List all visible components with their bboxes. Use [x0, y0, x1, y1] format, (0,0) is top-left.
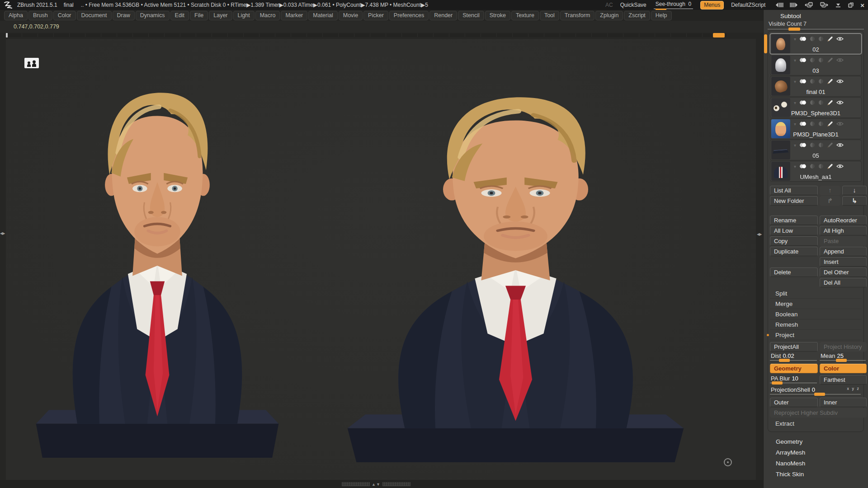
inner-button[interactable]: Inner: [820, 398, 867, 407]
menu-draw[interactable]: Draw: [113, 11, 135, 20]
subtool-row[interactable]: ▾ 05: [770, 140, 862, 160]
subtool-panel-title[interactable]: Subtool: [768, 12, 864, 20]
pa-blur-slider[interactable]: PA Blur10: [770, 375, 818, 385]
section-arraymesh[interactable]: ArrayMesh: [768, 447, 864, 458]
expand-arrow-icon[interactable]: ▾: [794, 37, 796, 42]
menus-button[interactable]: Menus: [700, 1, 724, 9]
subtool-row[interactable]: ▾ PM3D_Sphere3D1: [770, 97, 862, 118]
canvas-scrollbar[interactable]: [6, 33, 727, 37]
polypaint-icon[interactable]: [799, 164, 807, 169]
menu-stroke[interactable]: Stroke: [485, 11, 510, 20]
polypaint-icon[interactable]: [799, 79, 807, 84]
move-up-button[interactable]: ↑: [820, 186, 840, 195]
default-zscript-button[interactable]: DefaultZScript: [731, 2, 765, 8]
section-geometry[interactable]: Geometry: [768, 436, 864, 447]
sculpt-brush-icon[interactable]: [827, 99, 833, 106]
scrollbar-thumb[interactable]: [713, 33, 725, 38]
projection-shell-slider[interactable]: ProjectionShell0 x y z: [770, 386, 862, 396]
sculpt-brush-icon[interactable]: [827, 121, 833, 127]
menu-picker[interactable]: Picker: [363, 11, 388, 20]
sculpt-brush-icon[interactable]: [827, 163, 833, 169]
new-folder-button[interactable]: New Folder: [770, 196, 818, 206]
menu-stencil[interactable]: Stencil: [458, 11, 484, 20]
project-history-button[interactable]: Project History: [820, 342, 867, 352]
delete-button[interactable]: Delete: [770, 267, 818, 277]
section-merge[interactable]: Merge: [770, 299, 862, 309]
bust-model-right[interactable]: [325, 49, 707, 462]
polypaint-icon[interactable]: [799, 121, 807, 127]
sculpt-brush-icon[interactable]: [827, 57, 833, 63]
texture-map-icon[interactable]: [818, 79, 824, 84]
menu-light[interactable]: Light: [233, 11, 255, 20]
restore-icon[interactable]: [848, 2, 854, 8]
visibility-eye-icon[interactable]: [836, 122, 844, 126]
visibility-eye-icon[interactable]: [836, 100, 844, 105]
menu-layer[interactable]: Layer: [209, 11, 232, 20]
menu-alpha[interactable]: Alpha: [4, 11, 28, 20]
visible-count-slider[interactable]: Visible Count 7: [768, 20, 864, 31]
tray-drag-handle[interactable]: ▲▼: [342, 482, 410, 487]
del-other-button[interactable]: Del Other: [820, 267, 867, 277]
menu-render[interactable]: Render: [429, 11, 457, 20]
visibility-eye-icon[interactable]: [836, 143, 844, 147]
projection-shell-handle[interactable]: [814, 393, 825, 396]
menu-help[interactable]: Help: [651, 11, 672, 20]
expand-arrow-icon[interactable]: ▾: [794, 100, 796, 105]
sculpt-canvas[interactable]: [6, 39, 756, 480]
polypaint-icon[interactable]: [799, 100, 807, 105]
pa-blur-handle[interactable]: [772, 381, 783, 385]
expand-arrow-icon[interactable]: ▾: [794, 122, 796, 127]
move-into-folder-button[interactable]: ↳: [842, 196, 867, 206]
menu-zplugin[interactable]: Zplugin: [595, 11, 623, 20]
move-down-button[interactable]: ↓: [842, 186, 867, 195]
expand-arrow-icon[interactable]: ▾: [794, 143, 796, 148]
visible-count-handle[interactable]: [788, 28, 800, 31]
sculpt-brush-icon[interactable]: [827, 142, 833, 148]
close-icon[interactable]: ×: [860, 2, 864, 9]
quicksave-button[interactable]: QuickSave: [620, 2, 646, 8]
bust-model-left[interactable]: [17, 44, 297, 458]
visibility-eye-icon[interactable]: [836, 37, 844, 41]
menu-color[interactable]: Color: [53, 11, 76, 20]
expand-arrow-icon[interactable]: ▾: [794, 79, 796, 84]
expand-arrow-icon[interactable]: ▾: [794, 164, 796, 169]
subtool-row[interactable]: ▾ PM3D_Plane3D1: [770, 118, 862, 139]
uv-map-icon[interactable]: [810, 79, 815, 84]
layout-previous-icon[interactable]: [804, 2, 813, 8]
xyz-axis-toggle[interactable]: x y z: [847, 386, 860, 391]
texture-map-icon[interactable]: [818, 57, 824, 63]
reproject-higher-subdiv-button[interactable]: Reproject Higher Subdiv: [770, 408, 867, 418]
visibility-eye-icon[interactable]: [836, 164, 844, 169]
section-project[interactable]: Project: [770, 330, 862, 340]
mean-handle[interactable]: [836, 359, 847, 362]
menu-texture[interactable]: Texture: [511, 11, 539, 20]
dist-slider[interactable]: Dist0.02: [770, 352, 818, 362]
menu-edit[interactable]: Edit: [170, 11, 189, 20]
menu-movie[interactable]: Movie: [339, 11, 363, 20]
menu-file[interactable]: File: [190, 11, 208, 20]
section-remesh[interactable]: Remesh: [770, 319, 862, 330]
visibility-eye-icon[interactable]: [836, 58, 844, 62]
insert-button[interactable]: Insert: [820, 257, 867, 267]
list-all-button[interactable]: List All: [770, 186, 818, 195]
uv-map-icon[interactable]: [810, 164, 815, 169]
menu-zscript[interactable]: Zscript: [624, 11, 650, 20]
menu-brush[interactable]: Brush: [28, 11, 52, 20]
dist-handle[interactable]: [779, 359, 790, 362]
outer-button[interactable]: Outer: [770, 398, 818, 407]
section-extract[interactable]: Extract: [770, 418, 862, 429]
polypaint-icon[interactable]: [799, 36, 807, 42]
subtool-row[interactable]: ▾ final 01: [770, 76, 862, 97]
section-split[interactable]: Split: [770, 288, 862, 299]
section-nanomesh[interactable]: NanoMesh: [768, 458, 864, 469]
farthest-button[interactable]: Farthest: [820, 375, 867, 385]
menu-tool[interactable]: Tool: [540, 11, 559, 20]
texture-map-icon[interactable]: [818, 164, 824, 169]
autoreorder-button[interactable]: AutoReorder: [820, 216, 867, 225]
scroll-bars-left-icon[interactable]: [775, 2, 783, 8]
left-tray-toggle-icon[interactable]: ◀▶: [0, 231, 5, 235]
texture-map-icon[interactable]: [818, 142, 824, 148]
menu-macro[interactable]: Macro: [255, 11, 280, 20]
sculpt-brush-icon[interactable]: [827, 36, 833, 42]
menu-document[interactable]: Document: [77, 11, 112, 20]
